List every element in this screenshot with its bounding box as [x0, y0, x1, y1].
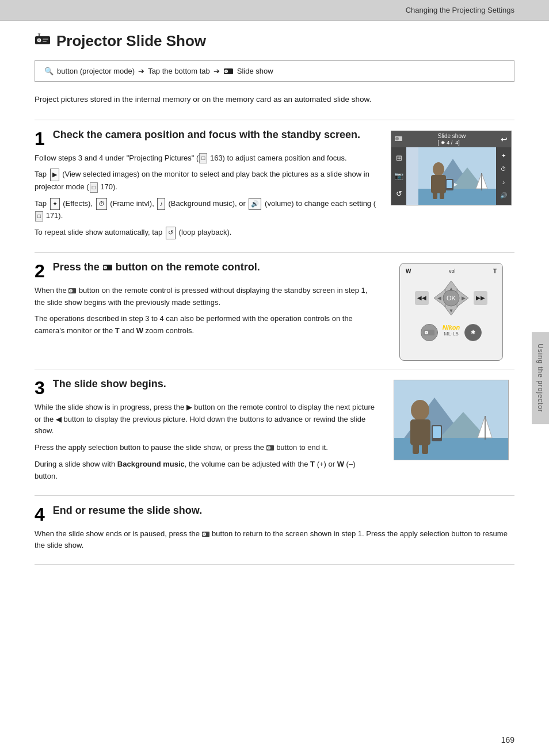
svg-rect-55	[413, 444, 419, 454]
svg-rect-20	[433, 192, 437, 199]
step-3-row: 3 The slide show begins. While the slide…	[35, 377, 514, 487]
svg-rect-58	[433, 426, 441, 438]
icon-volume: 🔊	[500, 193, 507, 198]
projector-ui: Slide show[ ✸ 4 / 4] ↩ ⊞ 📷 ↺	[391, 131, 512, 205]
step-2-heading: Press the button on the remote control.	[53, 261, 260, 274]
breadcrumb-icon2	[223, 67, 234, 75]
remote-btn-left[interactable]	[421, 324, 438, 341]
projector-screen: ⊞ 📷 ↺	[391, 147, 511, 205]
breadcrumb-arrow2: ➔	[214, 67, 220, 75]
step-1: 1 Check the camera position and focus wi…	[35, 120, 514, 252]
svg-point-30	[70, 290, 72, 292]
svg-point-61	[203, 533, 205, 535]
svg-rect-3	[43, 39, 48, 40]
step-3-image	[388, 377, 514, 460]
projector-top-bar: Slide show[ ✸ 4 / 4] ↩	[391, 131, 511, 147]
step-2-para-2: The operations described in step 3 to 4 …	[35, 313, 376, 337]
step-3-heading: The slide show begins.	[53, 377, 166, 391]
svg-rect-15	[418, 189, 499, 205]
remote-bottom-buttons: Nikon ML-L5 ✱	[421, 324, 482, 341]
page-header: Changing the Projecting Settings	[0, 0, 549, 21]
svg-rect-54	[410, 419, 430, 445]
step-2-image: W vol T ◀◀	[388, 261, 514, 361]
slideshow-image	[394, 380, 509, 460]
step-1-para-3: Tap ✦ (Effects), ⏱ (Frame intvl), ♪ (Bac…	[35, 198, 376, 222]
svg-point-46	[268, 447, 269, 449]
step-2-body: When the button on the remote control is…	[35, 285, 376, 337]
step-1-header: 1 Check the camera position and focus wi…	[35, 128, 376, 148]
breadcrumb-arrow1: ➔	[138, 67, 144, 75]
step-1-para-2: Tap ▶ (View selected images) on the moni…	[35, 169, 376, 193]
nikon-brand: Nikon	[443, 324, 460, 331]
step-1-row: 1 Check the camera position and focus wi…	[35, 128, 514, 244]
slideshow-scene	[394, 380, 509, 460]
breadcrumb-box: 🔍 button (projector mode) ➔ Tap the bott…	[35, 60, 514, 82]
step-1-number: 1	[35, 129, 45, 148]
remote-t-btn[interactable]: ▶▶	[474, 291, 487, 305]
remote-top-bar: W vol T	[403, 267, 499, 276]
breadcrumb-step2: Tap the bottom tab	[148, 67, 210, 75]
step-2-left: 2 Press the button on the remote control…	[35, 261, 376, 342]
step-2-number: 2	[35, 262, 45, 280]
svg-text:▼: ▼	[449, 308, 454, 314]
projector-title-text: Slide show[ ✸ 4 / 4]	[438, 133, 466, 146]
svg-point-18	[433, 162, 444, 176]
step-2-row: 2 Press the button on the remote control…	[35, 261, 514, 361]
svg-point-53	[411, 400, 429, 421]
page-footer: 169	[501, 735, 514, 744]
remote-control: W vol T ◀◀	[399, 263, 503, 361]
svg-rect-21	[440, 192, 444, 199]
projector-left-icons: ⊞ 📷 ↺	[391, 147, 406, 205]
step-4-number: 4	[35, 505, 45, 524]
svg-rect-4	[43, 41, 47, 42]
icon-music: ♪	[502, 180, 505, 185]
step-1-para-1: Follow steps 3 and 4 under "Projecting P…	[35, 152, 376, 165]
svg-text:OK: OK	[447, 295, 456, 301]
page-number: 169	[501, 735, 514, 744]
breadcrumb-icon1: 🔍	[44, 67, 54, 75]
step-4-heading: End or resume the slide show.	[53, 504, 202, 517]
step-4: 4 End or resume the slide show. When the…	[35, 495, 514, 566]
svg-rect-19	[431, 175, 446, 193]
remote-dpad: OK ▲ ▼ ◀ ▶	[431, 278, 471, 318]
sidebar-tab-text: Using the projector	[536, 343, 544, 413]
step-3-body: While the slide show is in progress, pre…	[35, 402, 376, 483]
step-4-body: When the slide show ends or is paused, p…	[35, 528, 514, 552]
step-1-heading: Check the camera position and focus with…	[53, 128, 360, 142]
icon-grid: ⊞	[396, 154, 402, 162]
scene-illustration	[418, 147, 499, 205]
step-1-body: Follow steps 3 and 4 under "Projecting P…	[35, 152, 376, 239]
breadcrumb-step3: Slide show	[237, 67, 273, 75]
remote-vol-label: vol	[449, 268, 456, 274]
header-title: Changing the Projecting Settings	[406, 6, 514, 14]
svg-point-43	[425, 331, 427, 333]
main-content: Projector Slide Show 🔍 button (projector…	[0, 21, 549, 588]
step-3-para-3: During a slide show with Background musi…	[35, 459, 376, 483]
step-3-number: 3	[35, 379, 45, 397]
svg-text:◀: ◀	[437, 295, 441, 301]
step-1-left: 1 Check the camera position and focus wi…	[35, 128, 376, 244]
page-title-row: Projector Slide Show	[35, 32, 514, 50]
svg-point-27	[104, 267, 106, 269]
remote-btn-right[interactable]: ✱	[464, 324, 482, 341]
step-4-para-1: When the slide show ends or is paused, p…	[35, 528, 514, 552]
remote-w-label: W	[406, 268, 411, 274]
projector-icon	[35, 33, 51, 46]
svg-point-9	[225, 70, 227, 72]
step-4-header: 4 End or resume the slide show.	[35, 504, 514, 524]
step-2: 2 Press the button on the remote control…	[35, 252, 514, 369]
step-2-header: 2 Press the button on the remote control…	[35, 261, 376, 280]
title-icon	[35, 33, 51, 49]
svg-rect-23	[447, 180, 452, 188]
projector-back-icon: ↩	[501, 135, 508, 144]
projector-right-sidebar: ✦ ⏱ ♪ 🔊	[496, 147, 511, 205]
remote-w-btn[interactable]: ◀◀	[415, 291, 429, 305]
intro-text: Project pictures stored in the internal …	[35, 93, 514, 106]
svg-rect-56	[422, 444, 428, 454]
svg-text:▶: ▶	[462, 295, 466, 301]
svg-text:▲: ▲	[449, 286, 454, 292]
step-3-para-2: Press the apply selection button to paus…	[35, 442, 376, 454]
remote-model: ML-L5	[444, 331, 459, 337]
step-4-row: 4 End or resume the slide show. When the…	[35, 504, 514, 557]
step-3-para-1: While the slide show is in progress, pre…	[35, 402, 376, 437]
